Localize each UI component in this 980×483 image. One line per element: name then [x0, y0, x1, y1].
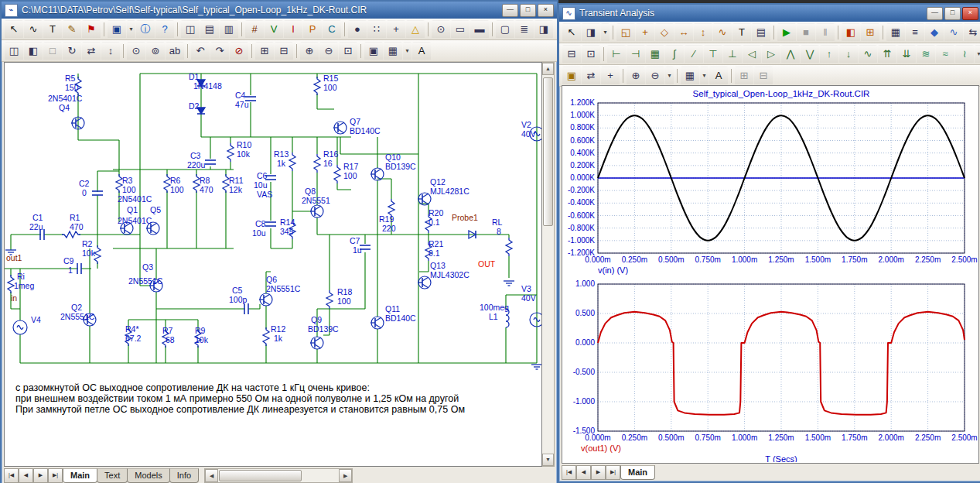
- node-numbers[interactable]: #: [245, 20, 264, 39]
- minimize-button[interactable]: —: [502, 4, 518, 17]
- side-panel[interactable]: ◨: [534, 20, 553, 39]
- horizontal-scroll-thumb[interactable]: [219, 470, 302, 481]
- grid-select-arrow[interactable]: ▾: [403, 42, 411, 60]
- properties[interactable]: ▤: [752, 23, 770, 42]
- zoom-out[interactable]: ⊖: [319, 42, 338, 60]
- zoom-area[interactable]: ⊡: [339, 42, 357, 60]
- vertical-scroll-track[interactable]: [542, 226, 554, 454]
- add-page[interactable]: ▢: [496, 20, 514, 39]
- plot-grid[interactable]: ▦: [646, 45, 664, 63]
- schematic-canvas[interactable]: R51502N5401CQ4D11N4148D2C447uR15100Q7BD1…: [4, 62, 542, 467]
- performance-plot[interactable]: ∿: [944, 23, 963, 42]
- find[interactable]: ⊙: [127, 42, 145, 60]
- analysis-close-button[interactable]: ×: [962, 7, 978, 20]
- stepping[interactable]: ⊡: [582, 45, 600, 63]
- page-nav-button-3[interactable]: ▶|: [606, 465, 620, 480]
- page-nav-button-2[interactable]: ▶: [591, 465, 606, 480]
- vertical-axis[interactable]: ⊣: [627, 45, 645, 63]
- watch-window[interactable]: ≡: [906, 23, 924, 42]
- plot-canvas[interactable]: Self_typical_Open-Loop_1kHz_DK-Rout.CIR1…: [562, 85, 979, 464]
- valley-finder[interactable]: ⋁: [801, 45, 819, 63]
- tile-windows[interactable]: ◫: [5, 42, 23, 60]
- cursor-right[interactable]: ▷: [762, 45, 780, 63]
- analysis-maximize-button[interactable]: □: [944, 7, 961, 20]
- tab-text[interactable]: Text: [97, 468, 128, 483]
- titlebar-left[interactable]: ⌁ C:\MC11\DATA\Petrov\Self\Self-typical\…: [2, 2, 557, 19]
- help-mode[interactable]: ?: [155, 20, 174, 39]
- graphics-mode[interactable]: ✎: [63, 20, 81, 39]
- copy-window[interactable]: ⊟: [754, 67, 773, 85]
- font-tool[interactable]: A: [709, 67, 728, 85]
- point-tag[interactable]: ◇: [655, 23, 674, 42]
- vertical-scrollbar[interactable]: ▲ ▼: [542, 62, 555, 467]
- attributes[interactable]: ab: [166, 42, 184, 60]
- titlebar-right[interactable]: ∿ Transient Analysis — □ ×: [559, 5, 980, 22]
- find-next[interactable]: ⊚: [146, 42, 165, 60]
- grid-dots[interactable]: ∷: [367, 20, 386, 39]
- global-high[interactable]: ⇈: [878, 45, 896, 63]
- 3d-plot[interactable]: ◆: [925, 23, 944, 42]
- page-nav-button-2[interactable]: ▶: [33, 468, 48, 483]
- component-arrow[interactable]: ▾: [127, 20, 135, 39]
- page-nav-button-0[interactable]: |◀: [4, 468, 19, 483]
- horizontal-scroll-track[interactable]: [302, 469, 339, 482]
- flip-x[interactable]: ⇄: [82, 42, 101, 60]
- cursor-crosshair[interactable]: +: [636, 23, 654, 42]
- info-mode[interactable]: ⓘ: [136, 20, 155, 39]
- grid-arrow[interactable]: ▾: [700, 67, 709, 85]
- pages-panel[interactable]: ▣: [562, 67, 581, 85]
- zoom-menu[interactable]: ▾: [665, 67, 674, 85]
- condition-probe[interactable]: C: [323, 20, 341, 39]
- page-nav-button-1[interactable]: ◀: [19, 468, 33, 483]
- numeric-output[interactable]: ▦: [886, 23, 905, 42]
- options-arrow[interactable]: ▾: [975, 45, 980, 63]
- trackers[interactable]: +: [601, 67, 620, 85]
- cascade-windows[interactable]: ◧: [24, 42, 43, 60]
- global-low[interactable]: ⇊: [897, 45, 916, 63]
- wire-mode[interactable]: ∿: [24, 20, 43, 39]
- linear-scale[interactable]: ∕: [685, 45, 703, 63]
- tab-models[interactable]: Models: [127, 468, 169, 483]
- warning-check[interactable]: △: [406, 20, 425, 39]
- horizontal-scrollbar[interactable]: ◀▶: [204, 468, 353, 483]
- save-picture[interactable]: ⊟: [275, 42, 293, 60]
- redo[interactable]: ↷: [210, 42, 229, 60]
- next-simulation[interactable]: ≋: [917, 45, 935, 63]
- zoom-in[interactable]: ⊕: [300, 42, 319, 60]
- slider-control[interactable]: ⇆: [964, 23, 980, 42]
- scroll-up-button[interactable]: ▲: [542, 63, 554, 75]
- copy-bitmap[interactable]: ⊞: [255, 42, 274, 60]
- log-scale[interactable]: ∫: [665, 45, 684, 63]
- scroll-left-button[interactable]: ◀: [205, 469, 218, 482]
- horizontal-tag[interactable]: ↔: [674, 23, 693, 42]
- box-select[interactable]: □: [43, 42, 62, 60]
- cross-hair[interactable]: +: [387, 20, 405, 39]
- border-display[interactable]: ▭: [451, 20, 470, 39]
- current-probe[interactable]: I: [284, 20, 302, 39]
- revert[interactable]: ⊘: [230, 42, 248, 60]
- flip-y[interactable]: ↕: [101, 42, 120, 60]
- envelope[interactable]: ≈: [936, 45, 954, 63]
- select-arrow[interactable]: ↖: [562, 23, 581, 42]
- analysis-limits[interactable]: ⊟: [562, 45, 581, 63]
- select-arrow[interactable]: ↖: [5, 20, 23, 39]
- grid-select[interactable]: ▦: [384, 42, 402, 60]
- page-nav-button-3[interactable]: ▶|: [48, 468, 63, 483]
- title-block[interactable]: ▬: [470, 20, 489, 39]
- vertical-tag[interactable]: ↕: [694, 23, 712, 42]
- scroll-right-button[interactable]: ▶: [339, 469, 352, 482]
- clear-accumulated[interactable]: ◧: [842, 23, 860, 42]
- pause-button[interactable]: ‖: [816, 23, 835, 42]
- copy-graph[interactable]: ⊞: [735, 67, 753, 85]
- rotate[interactable]: ↻: [63, 42, 81, 60]
- inflection-finder[interactable]: ∿: [859, 45, 877, 63]
- font-tool[interactable]: A: [412, 42, 431, 60]
- waveform-tag[interactable]: ∿: [713, 23, 732, 42]
- zoom-in[interactable]: ⊕: [627, 67, 645, 85]
- zoom-out[interactable]: ⊖: [646, 67, 664, 85]
- sensitive-nodes[interactable]: ⊙: [432, 20, 450, 39]
- scroll-down-button[interactable]: ▼: [542, 454, 554, 466]
- peak-finder[interactable]: ⋀: [781, 45, 800, 63]
- vertical-scroll-thumb[interactable]: [543, 77, 553, 226]
- maximize-button[interactable]: □: [520, 4, 536, 17]
